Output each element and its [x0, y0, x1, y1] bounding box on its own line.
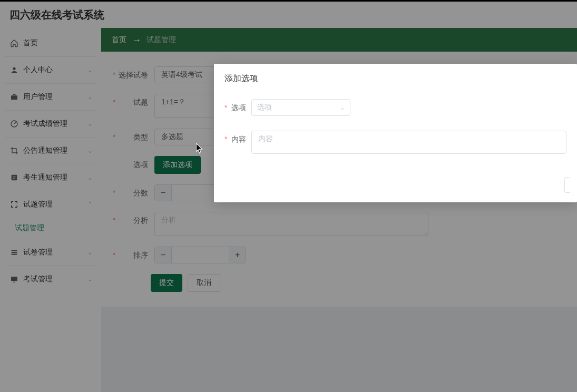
modal-option-select[interactable]: 选项 ⌄ — [251, 99, 350, 116]
modal-content-textarea[interactable]: 内容 — [251, 131, 566, 154]
required-mark: * — [224, 131, 227, 148]
chevron-down-icon: ⌄ — [340, 104, 345, 111]
modal-option-placeholder: 选项 — [257, 103, 272, 112]
modal-option-label: 选项 — [229, 99, 246, 116]
add-option-modal: 添加选项 * 选项 选项 ⌄ * 内容 内容 — [214, 64, 577, 202]
modal-footer-button-edge[interactable] — [564, 177, 570, 193]
modal-title: 添加选项 — [214, 64, 577, 90]
required-mark: * — [224, 99, 227, 116]
modal-content-label: 内容 — [229, 131, 246, 148]
modal-content-placeholder: 内容 — [258, 134, 273, 143]
